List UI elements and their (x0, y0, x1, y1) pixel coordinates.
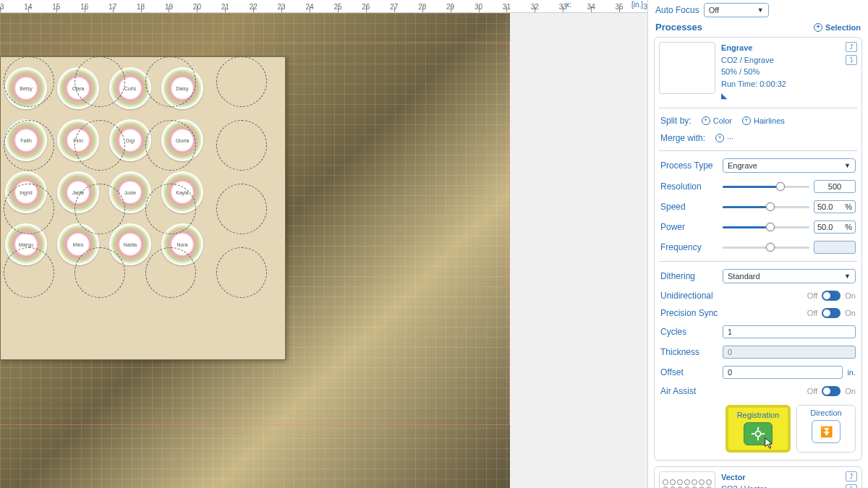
cut-outline (75, 247, 125, 298)
plus-icon: + (814, 23, 822, 32)
merge-with-label: Merge with: (660, 133, 705, 143)
registration-box[interactable]: Registration (726, 405, 791, 453)
cut-outline (216, 247, 267, 298)
split-color-button[interactable]: +Color (702, 116, 732, 125)
cut-outline (4, 247, 54, 298)
engrave-thumbnail (659, 42, 715, 94)
unidirectional-toggle[interactable] (822, 291, 841, 301)
cycles-label: Cycles (660, 327, 718, 337)
camera-preview[interactable]: BetsyClaraCurlsDaisyFaithFinnGigiGloriaI… (0, 13, 510, 488)
split-hairlines-button[interactable]: +Hairlines (742, 116, 785, 125)
dithering-select[interactable]: Standard▼ (723, 269, 856, 283)
speed-slider[interactable] (723, 202, 809, 212)
offset-input[interactable]: 0 (723, 366, 843, 379)
dithering-label: Dithering (660, 271, 718, 281)
cut-outline (216, 120, 267, 171)
unidir-off-text: Off (807, 291, 817, 300)
properties-panel: Auto Focus Off▼ Processes + Selection En… (647, 0, 868, 488)
resolution-label: Resolution (660, 181, 718, 192)
merge-options-button[interactable]: +··· (715, 134, 733, 142)
export-icon[interactable]: ⤴ (846, 42, 857, 52)
power-slider[interactable] (723, 222, 809, 232)
cut-outline (145, 247, 196, 298)
double-down-icon: ⏬ (820, 426, 833, 437)
unidir-on-text: On (845, 291, 856, 300)
power-label: Power (660, 222, 718, 232)
air-assist-toggle[interactable] (822, 386, 841, 396)
auto-focus-label: Auto Focus (655, 5, 699, 15)
canvas-area[interactable]: 1314151617181920212223242526272829303132… (0, 0, 647, 488)
svg-point-0 (755, 431, 760, 436)
air-off-text: Off (807, 387, 817, 395)
offset-label: Offset (660, 367, 718, 377)
resolution-slider[interactable] (723, 181, 809, 192)
import-icon[interactable]: ⤵ (846, 55, 857, 65)
prec-on-text: On (845, 309, 856, 317)
cut-outline (4, 120, 54, 171)
frequency-value (814, 241, 856, 254)
processes-heading: Processes (655, 22, 702, 33)
direction-button[interactable]: ⏬ (812, 420, 841, 443)
air-assist-label: Air Assist (660, 386, 718, 396)
frequency-label: Frequency (660, 242, 718, 252)
cycles-input[interactable]: 1 (723, 325, 856, 338)
cursor-x-readout: x: [in.] (566, 1, 643, 9)
vector-meta: Vector CO2 / Vector 50% / 50% / 50% Run … (721, 471, 840, 489)
process-card-engrave[interactable]: Engrave CO2 / Engrave 50% / 50% Run Time… (654, 37, 862, 461)
unidirectional-label: Unidirectional (660, 291, 718, 301)
cut-outline (75, 120, 125, 171)
process-card-vector[interactable]: Vector CO2 / Vector 50% / 50% / 50% Run … (654, 466, 862, 489)
engrave-meta: Engrave CO2 / Engrave 50% / 50% Run Time… (721, 42, 840, 102)
process-type-select[interactable]: Engrave▼ (723, 158, 856, 173)
cut-outline (216, 56, 267, 107)
vector-thumbnail (659, 471, 715, 489)
frequency-slider[interactable] (723, 242, 809, 252)
speed-value[interactable]: 50.0% (814, 200, 856, 213)
thickness-input: 0 (723, 346, 856, 359)
auto-focus-select[interactable]: Off▼ (704, 3, 769, 17)
precision-label: Precision Sync (660, 308, 718, 318)
speed-label: Speed (660, 202, 718, 212)
cut-outline (75, 184, 125, 234)
cut-outline (145, 120, 196, 171)
thickness-label: Thickness (660, 347, 718, 357)
resolution-value[interactable]: 500 (814, 180, 856, 193)
offset-unit: in. (847, 368, 856, 377)
add-selection-link[interactable]: + Selection (814, 23, 861, 32)
process-type-label: Process Type (660, 160, 718, 171)
cut-outline (145, 184, 196, 234)
cut-outline (4, 184, 54, 234)
split-by-label: Split by: (660, 116, 692, 126)
air-on-text: On (845, 387, 856, 395)
cut-outline (145, 56, 196, 107)
import-icon[interactable]: ⤵ (846, 484, 857, 489)
export-icon[interactable]: ⤴ (846, 471, 857, 481)
precision-toggle[interactable] (822, 308, 841, 318)
cut-outline (216, 184, 267, 234)
power-value[interactable]: 50.0% (814, 221, 856, 234)
mouse-cursor-icon (763, 437, 776, 450)
cut-outline (75, 56, 125, 107)
horizontal-ruler: 1314151617181920212223242526272829303132… (0, 0, 647, 13)
cut-outline (4, 56, 54, 107)
prec-off-text: Off (807, 309, 817, 317)
direction-box[interactable]: Direction ⏬ (796, 405, 856, 453)
